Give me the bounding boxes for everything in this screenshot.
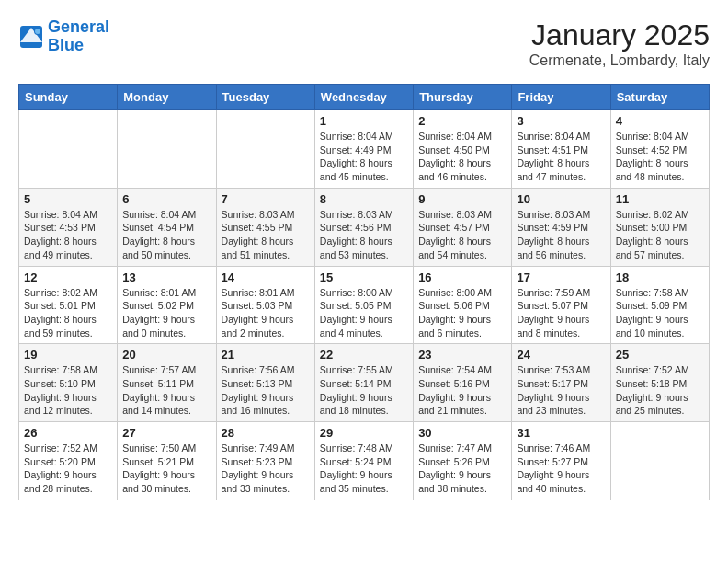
day-number: 1	[320, 114, 408, 128]
day-info: Sunrise: 8:04 AM Sunset: 4:52 PM Dayligh…	[616, 130, 704, 184]
day-info: Sunrise: 8:02 AM Sunset: 5:01 PM Dayligh…	[24, 286, 112, 340]
day-info: Sunrise: 7:52 AM Sunset: 5:18 PM Dayligh…	[616, 363, 704, 418]
weekday-header: Sunday	[19, 85, 118, 110]
month-title: January 2025	[529, 18, 710, 52]
day-number: 16	[418, 270, 506, 284]
day-info: Sunrise: 7:47 AM Sunset: 5:26 PM Dayligh…	[418, 442, 506, 496]
calendar-cell: 15Sunrise: 8:00 AM Sunset: 5:05 PM Dayli…	[314, 266, 413, 344]
calendar-cell: 3Sunrise: 8:04 AM Sunset: 4:51 PM Daylig…	[512, 110, 610, 189]
day-info: Sunrise: 7:57 AM Sunset: 5:11 PM Dayligh…	[122, 363, 210, 418]
weekday-header: Wednesday	[314, 85, 413, 110]
calendar-cell: 13Sunrise: 8:01 AM Sunset: 5:02 PM Dayli…	[118, 266, 216, 344]
calendar-header-row: SundayMondayTuesdayWednesdayThursdayFrid…	[19, 85, 710, 110]
day-number: 12	[24, 270, 112, 284]
calendar: SundayMondayTuesdayWednesdayThursdayFrid…	[18, 84, 710, 500]
day-number: 15	[320, 270, 408, 284]
calendar-cell: 18Sunrise: 7:58 AM Sunset: 5:09 PM Dayli…	[610, 266, 709, 344]
day-info: Sunrise: 7:52 AM Sunset: 5:20 PM Dayligh…	[24, 442, 112, 496]
day-info: Sunrise: 8:03 AM Sunset: 4:57 PM Dayligh…	[418, 208, 506, 262]
day-number: 11	[616, 192, 704, 206]
calendar-cell: 27Sunrise: 7:50 AM Sunset: 5:21 PM Dayli…	[118, 422, 216, 500]
day-number: 19	[24, 348, 112, 362]
page-header: General Blue January 2025 Cermenate, Lom…	[18, 18, 710, 69]
calendar-week-row: 5Sunrise: 8:04 AM Sunset: 4:53 PM Daylig…	[19, 188, 710, 266]
calendar-cell: 11Sunrise: 8:02 AM Sunset: 5:00 PM Dayli…	[610, 188, 709, 266]
calendar-cell: 8Sunrise: 8:03 AM Sunset: 4:56 PM Daylig…	[314, 188, 413, 266]
day-info: Sunrise: 7:56 AM Sunset: 5:13 PM Dayligh…	[222, 363, 310, 418]
day-info: Sunrise: 7:49 AM Sunset: 5:23 PM Dayligh…	[222, 442, 310, 496]
calendar-cell: 26Sunrise: 7:52 AM Sunset: 5:20 PM Dayli…	[19, 422, 118, 500]
day-number: 6	[122, 192, 210, 206]
calendar-cell: 9Sunrise: 8:03 AM Sunset: 4:57 PM Daylig…	[414, 188, 512, 266]
day-info: Sunrise: 7:58 AM Sunset: 5:09 PM Dayligh…	[616, 286, 704, 340]
calendar-week-row: 12Sunrise: 8:02 AM Sunset: 5:01 PM Dayli…	[19, 266, 710, 344]
calendar-cell: 7Sunrise: 8:03 AM Sunset: 4:55 PM Daylig…	[216, 188, 314, 266]
weekday-header: Tuesday	[216, 85, 314, 110]
day-info: Sunrise: 7:55 AM Sunset: 5:14 PM Dayligh…	[320, 363, 408, 418]
day-info: Sunrise: 8:03 AM Sunset: 4:55 PM Dayligh…	[222, 208, 310, 262]
title-block: January 2025 Cermenate, Lombardy, Italy	[529, 18, 710, 69]
calendar-cell: 20Sunrise: 7:57 AM Sunset: 5:11 PM Dayli…	[118, 344, 216, 422]
calendar-cell: 19Sunrise: 7:58 AM Sunset: 5:10 PM Dayli…	[19, 344, 118, 422]
svg-point-3	[35, 29, 40, 34]
calendar-cell: 12Sunrise: 8:02 AM Sunset: 5:01 PM Dayli…	[19, 266, 118, 344]
calendar-cell: 29Sunrise: 7:48 AM Sunset: 5:24 PM Dayli…	[314, 422, 413, 500]
day-number: 2	[418, 114, 506, 128]
logo-text: General Blue	[48, 18, 109, 55]
day-number: 9	[418, 192, 506, 206]
day-number: 30	[418, 426, 506, 440]
logo-icon	[18, 24, 44, 50]
day-info: Sunrise: 8:04 AM Sunset: 4:51 PM Dayligh…	[517, 130, 605, 184]
day-number: 14	[222, 270, 310, 284]
day-number: 31	[517, 426, 605, 440]
day-info: Sunrise: 7:46 AM Sunset: 5:27 PM Dayligh…	[517, 442, 605, 496]
calendar-cell	[216, 110, 314, 189]
calendar-cell: 30Sunrise: 7:47 AM Sunset: 5:26 PM Dayli…	[414, 422, 512, 500]
day-number: 4	[616, 114, 704, 128]
day-number: 18	[616, 270, 704, 284]
day-number: 21	[222, 348, 310, 362]
calendar-cell: 14Sunrise: 8:01 AM Sunset: 5:03 PM Dayli…	[216, 266, 314, 344]
day-info: Sunrise: 8:02 AM Sunset: 5:00 PM Dayligh…	[616, 208, 704, 262]
day-number: 7	[222, 192, 310, 206]
day-number: 26	[24, 426, 112, 440]
day-number: 25	[616, 348, 704, 362]
day-number: 13	[122, 270, 210, 284]
logo: General Blue	[18, 18, 109, 55]
calendar-cell: 23Sunrise: 7:54 AM Sunset: 5:16 PM Dayli…	[414, 344, 512, 422]
day-number: 27	[122, 426, 210, 440]
day-info: Sunrise: 7:50 AM Sunset: 5:21 PM Dayligh…	[122, 442, 210, 496]
calendar-cell: 16Sunrise: 8:00 AM Sunset: 5:06 PM Dayli…	[414, 266, 512, 344]
day-number: 29	[320, 426, 408, 440]
weekday-header: Friday	[512, 85, 610, 110]
calendar-cell: 6Sunrise: 8:04 AM Sunset: 4:54 PM Daylig…	[118, 188, 216, 266]
day-info: Sunrise: 7:53 AM Sunset: 5:17 PM Dayligh…	[517, 363, 605, 418]
day-info: Sunrise: 8:04 AM Sunset: 4:49 PM Dayligh…	[320, 130, 408, 184]
weekday-header: Monday	[118, 85, 216, 110]
day-number: 23	[418, 348, 506, 362]
day-number: 10	[517, 192, 605, 206]
calendar-cell: 28Sunrise: 7:49 AM Sunset: 5:23 PM Dayli…	[216, 422, 314, 500]
day-info: Sunrise: 8:04 AM Sunset: 4:53 PM Dayligh…	[24, 208, 112, 262]
calendar-cell	[19, 110, 118, 189]
day-info: Sunrise: 8:03 AM Sunset: 4:56 PM Dayligh…	[320, 208, 408, 262]
calendar-cell: 17Sunrise: 7:59 AM Sunset: 5:07 PM Dayli…	[512, 266, 610, 344]
day-info: Sunrise: 7:54 AM Sunset: 5:16 PM Dayligh…	[418, 363, 506, 418]
day-info: Sunrise: 8:01 AM Sunset: 5:02 PM Dayligh…	[122, 286, 210, 340]
day-number: 22	[320, 348, 408, 362]
day-info: Sunrise: 7:48 AM Sunset: 5:24 PM Dayligh…	[320, 442, 408, 496]
weekday-header: Thursday	[414, 85, 512, 110]
logo-line2: Blue	[48, 36, 84, 54]
calendar-cell: 4Sunrise: 8:04 AM Sunset: 4:52 PM Daylig…	[610, 110, 709, 189]
calendar-cell: 2Sunrise: 8:04 AM Sunset: 4:50 PM Daylig…	[414, 110, 512, 189]
calendar-cell	[118, 110, 216, 189]
day-number: 28	[222, 426, 310, 440]
calendar-cell: 5Sunrise: 8:04 AM Sunset: 4:53 PM Daylig…	[19, 188, 118, 266]
day-info: Sunrise: 8:04 AM Sunset: 4:50 PM Dayligh…	[418, 130, 506, 184]
day-info: Sunrise: 7:59 AM Sunset: 5:07 PM Dayligh…	[517, 286, 605, 340]
day-info: Sunrise: 8:00 AM Sunset: 5:05 PM Dayligh…	[320, 286, 408, 340]
calendar-week-row: 1Sunrise: 8:04 AM Sunset: 4:49 PM Daylig…	[19, 110, 710, 189]
day-info: Sunrise: 7:58 AM Sunset: 5:10 PM Dayligh…	[24, 363, 112, 418]
day-number: 5	[24, 192, 112, 206]
calendar-cell: 31Sunrise: 7:46 AM Sunset: 5:27 PM Dayli…	[512, 422, 610, 500]
